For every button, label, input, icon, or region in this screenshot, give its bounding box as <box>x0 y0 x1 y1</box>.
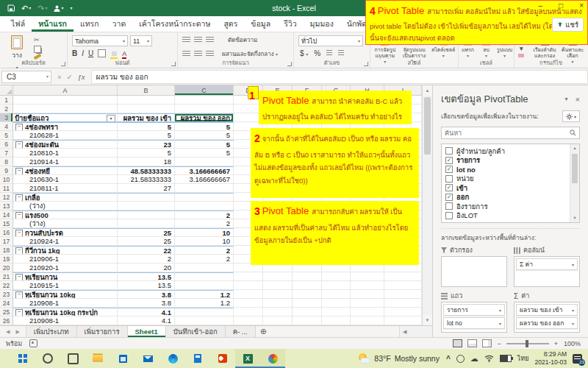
cell-B12[interactable] <box>118 193 175 202</box>
row-labels-filter-icon[interactable]: ▾ <box>107 115 115 122</box>
cell-G23[interactable] <box>322 290 351 299</box>
cell-C1[interactable] <box>175 96 234 105</box>
row-header-11[interactable]: 11 <box>0 184 13 193</box>
ribbon-tab-ข้อมูล[interactable]: ข้อมูล <box>244 16 277 32</box>
cell-D23[interactable] <box>234 290 263 299</box>
fill-icon[interactable]: ▼ <box>518 45 524 52</box>
column-header-C[interactable]: C <box>175 85 234 96</box>
cell-B20[interactable]: 20 <box>118 263 175 272</box>
font-name-select[interactable]: Tahoma▾ <box>72 35 128 46</box>
ribbon-tab-สูตร[interactable]: สูตร <box>217 16 244 32</box>
borders-icon[interactable] <box>98 49 106 57</box>
row-header-22[interactable]: 22 <box>0 281 13 290</box>
align-left-icon[interactable] <box>182 51 190 57</box>
cell-A5[interactable]: 210628-1 <box>13 131 118 140</box>
minimize-icon[interactable]: – <box>539 1 543 10</box>
cell-B9[interactable]: 48.58333333 <box>118 166 175 175</box>
cell-D26[interactable] <box>234 316 263 325</box>
cell-C3[interactable]: ผลรวม ของ ออก <box>175 113 234 122</box>
cell-E21[interactable] <box>263 272 293 281</box>
ribbon-tab-หน้าแรก[interactable]: หน้าแรก <box>32 16 74 32</box>
field-checkbox-หน่วย[interactable] <box>445 175 453 183</box>
field-search-box[interactable] <box>441 127 580 139</box>
select-all-corner[interactable] <box>0 85 13 96</box>
area-item-ผลรวม ของ ออก[interactable]: ผลรวม ของ ออก▾ <box>516 317 578 329</box>
save-icon[interactable] <box>7 4 15 12</box>
cell-C5[interactable]: 5 <box>175 131 234 140</box>
cell-A18[interactable]: −กีวี่กวน 1kg <box>13 246 118 255</box>
clear-icon[interactable] <box>518 54 524 57</box>
taskbar-paint-button[interactable] <box>260 349 285 368</box>
row-header-12[interactable]: 12 <box>0 193 13 202</box>
cell-A6[interactable]: −4ช่องมะดัน <box>13 140 118 149</box>
language-indicator[interactable]: ไทย <box>517 353 529 364</box>
collapse-icon[interactable]: − <box>15 124 23 131</box>
cell-B19[interactable]: 2 <box>118 255 175 263</box>
cell-C13[interactable] <box>175 202 234 210</box>
taskbar-store-button[interactable] <box>110 349 135 368</box>
cell-A14[interactable]: −แรง500 <box>13 210 118 219</box>
currency-format-button[interactable]: $ ▾ <box>300 49 308 57</box>
sheet-tab-เพิ่มรายการ[interactable]: เพิ่มรายการ <box>77 326 128 337</box>
vertical-scrollbar-thumb[interactable] <box>424 97 431 155</box>
horizontal-scrollbar[interactable]: ◀ <box>399 326 432 337</box>
cell-C20[interactable] <box>175 263 234 272</box>
cell-C16[interactable]: 10 <box>175 228 234 237</box>
row-header-10[interactable]: 10 <box>0 175 13 184</box>
sheet-tab-ค- ...[interactable]: ค- ... <box>226 326 256 337</box>
sheet-nav-left-icon[interactable]: ◀ <box>6 329 10 335</box>
ribbon-tab-มุมมอง[interactable]: มุมมอง <box>304 16 340 32</box>
underline-button[interactable]: U <box>88 49 93 57</box>
ribbon-tab-รีวิว[interactable]: รีวิว <box>277 16 303 32</box>
font-dialog-launcher[interactable] <box>171 62 176 66</box>
undo-button[interactable]: ↶▾ <box>21 0 31 16</box>
cell-I26[interactable] <box>384 316 422 325</box>
cell-B14[interactable] <box>118 210 175 219</box>
row-header-24[interactable]: 24 <box>0 299 13 308</box>
cell-D24[interactable] <box>234 299 263 308</box>
cell-A12[interactable]: −เกลือ <box>13 193 118 202</box>
cell-G26[interactable] <box>322 316 351 325</box>
cell-B7[interactable]: 5 <box>118 149 175 158</box>
taskbar-search-button[interactable] <box>35 349 60 368</box>
cell-I24[interactable] <box>384 299 422 308</box>
cell-C14[interactable]: 2 <box>175 210 234 219</box>
cell-E24[interactable] <box>263 299 293 308</box>
cell-E22[interactable] <box>263 281 293 290</box>
field-checkbox-ผู้จำหน่าย/ลูกค้า[interactable] <box>445 147 453 155</box>
copy-icon[interactable] <box>34 46 41 53</box>
cell-H22[interactable] <box>351 281 384 290</box>
cell-C12[interactable] <box>175 193 234 202</box>
row-header-7[interactable]: 7 <box>0 149 13 158</box>
cancel-entry-icon[interactable]: × <box>57 73 62 81</box>
field-checkbox-lot no[interactable]: ✓ <box>445 166 453 173</box>
cell-A4[interactable]: −4ช่องพุทรา <box>13 122 118 131</box>
cell-B5[interactable]: 5 <box>118 131 175 140</box>
taskbar-clock[interactable]: 8:29 AM 2021-10-03 <box>535 350 567 366</box>
cell-A8[interactable]: 210914-1 <box>13 158 118 166</box>
collapse-icon[interactable]: − <box>15 212 23 219</box>
font-color-icon[interactable]: A <box>122 50 126 57</box>
field-checkbox-อิงLOT[interactable] <box>445 212 453 219</box>
cell-G21[interactable] <box>322 272 351 281</box>
filters-drop-box[interactable] <box>441 256 507 287</box>
decimal-buttons-icon[interactable] <box>338 50 344 57</box>
row-header-21[interactable]: 21 <box>0 272 13 281</box>
cell-C17[interactable]: 10 <box>175 237 234 246</box>
cell-G24[interactable] <box>322 299 351 308</box>
area-item-Σ ค่า[interactable]: Σ ค่า▾ <box>516 258 578 270</box>
align-right-icon[interactable] <box>206 51 214 57</box>
paste-button[interactable]: วาง ▾ <box>5 35 29 60</box>
row-header-14[interactable]: 14 <box>0 210 13 219</box>
taskbar-weather[interactable]: 83°F Mostly sunny <box>359 353 440 364</box>
align-middle-icon[interactable] <box>194 37 202 43</box>
taskbar-file-explorer-button[interactable] <box>85 349 110 368</box>
row-header-26[interactable]: 26 <box>0 316 13 325</box>
hidden-icons-caret[interactable]: ^ <box>446 355 451 363</box>
field-scroll-up-icon[interactable]: ▲ <box>570 144 579 152</box>
collapse-icon[interactable]: − <box>15 291 23 299</box>
touch-mode-icon[interactable]: ▾ <box>54 0 63 16</box>
row-header-15[interactable]: 15 <box>0 219 13 228</box>
cell-A10[interactable]: 210630-1 <box>13 175 118 184</box>
cell-B15[interactable] <box>118 219 175 228</box>
